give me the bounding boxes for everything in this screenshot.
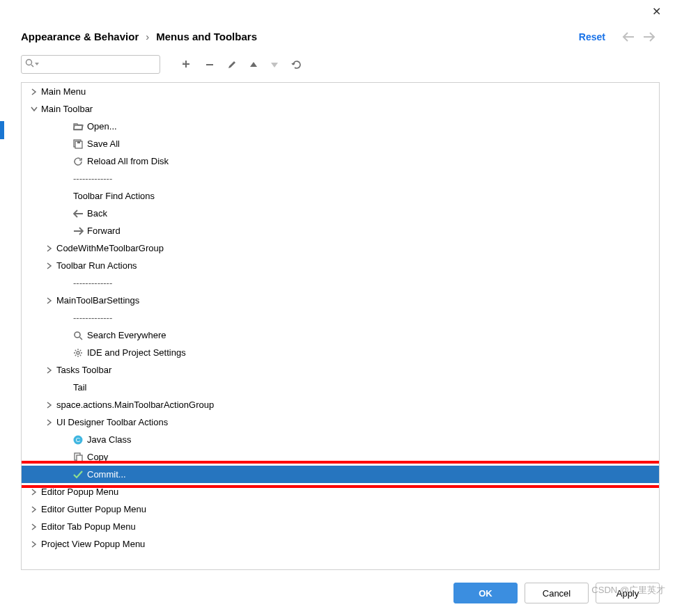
tree-item[interactable]: Open... — [22, 118, 659, 135]
tree-item-label: Tail — [72, 382, 87, 393]
nav-back-icon[interactable] — [622, 32, 635, 42]
gear-icon — [72, 348, 84, 358]
move-up-button[interactable] — [249, 61, 258, 68]
left-rail — [0, 22, 6, 616]
tree-item-label: Open... — [86, 121, 117, 132]
tree-item-label: Search Everywhere — [86, 330, 166, 340]
toolbar — [6, 55, 675, 82]
tree-item-label: Forward — [86, 226, 121, 236]
apply-button[interactable]: Apply — [596, 583, 660, 603]
chevron-right-icon[interactable] — [29, 489, 40, 496]
tree-item[interactable]: Copy — [22, 448, 659, 466]
save-all-icon — [72, 139, 84, 149]
tree-item-label: Editor Gutter Popup Menu — [40, 504, 146, 514]
tree-item[interactable]: Main Menu — [22, 83, 659, 100]
tree-item[interactable]: Commit... — [22, 466, 659, 483]
tree-item-label: ------------- — [72, 313, 112, 323]
tree-item[interactable]: space.actions.MainToolbarActionGroup — [22, 396, 659, 413]
svg-point-7 — [77, 352, 79, 354]
tree-item-label: MainToolBarSettings — [55, 295, 139, 306]
tree-item-label: Toolbar Find Actions — [72, 191, 155, 201]
arrow-right-icon — [72, 227, 84, 235]
ok-button[interactable]: OK — [453, 583, 518, 603]
check-icon — [72, 471, 84, 479]
tree-item[interactable]: Editor Gutter Popup Menu — [22, 500, 659, 518]
tree-item-label: Java Class — [86, 434, 132, 445]
tree-item[interactable]: Save All — [22, 135, 659, 152]
breadcrumb: Appearance & Behavior › Menus and Toolba… — [21, 31, 579, 42]
tree-item-label: Main Menu — [40, 86, 86, 97]
reset-button[interactable]: Reset — [579, 31, 605, 42]
search-dropdown-icon[interactable] — [35, 63, 39, 65]
chevron-right-icon[interactable] — [44, 262, 55, 269]
tree-separator[interactable]: ------------- — [22, 274, 659, 292]
tree-item-label: ------------- — [72, 278, 112, 288]
tree-item-label: Editor Tab Popup Menu — [40, 521, 136, 532]
tree-item[interactable]: Tasks Toolbar — [22, 361, 659, 379]
chevron-right-icon[interactable] — [44, 297, 55, 304]
nav-forward-icon[interactable] — [643, 32, 655, 42]
arrow-left-icon — [72, 210, 84, 218]
svg-line-6 — [80, 337, 83, 340]
reload-icon — [72, 157, 84, 166]
svg-point-5 — [75, 332, 80, 338]
tree-item[interactable]: Main Toolbar — [22, 100, 659, 118]
tree-item[interactable]: UI Designer Toolbar Actions — [22, 413, 659, 431]
tree-item[interactable]: CodeWithMeToolbarGroup — [22, 239, 659, 257]
chevron-right-icon[interactable] — [29, 541, 40, 548]
tree-item-label: Tasks Toolbar — [55, 365, 111, 375]
tree-item[interactable]: Back — [22, 205, 659, 222]
tree-item[interactable]: Reload All from Disk — [22, 152, 659, 170]
tree-item[interactable]: Toolbar Find Actions — [22, 187, 659, 205]
tree-item-label: ------------- — [72, 173, 112, 184]
tree-item-label: Toolbar Run Actions — [55, 260, 137, 271]
edit-button[interactable] — [227, 60, 237, 70]
tree-item-label: Editor Popup Menu — [40, 487, 118, 497]
chevron-right-icon[interactable] — [44, 419, 55, 426]
tree-item-label: IDE and Project Settings — [86, 347, 186, 358]
tree-item[interactable]: Editor Popup Menu — [22, 483, 659, 500]
titlebar: ✕ — [0, 0, 675, 22]
search-icon — [72, 331, 84, 340]
tree-item[interactable]: Forward — [22, 222, 659, 239]
chevron-right-icon[interactable] — [44, 402, 55, 409]
tree-item-label: Project View Popup Menu — [40, 539, 145, 549]
tree-item-label: Copy — [86, 452, 108, 462]
tree-item[interactable]: Editor Tab Popup Menu — [22, 518, 659, 535]
tree-item[interactable]: Project View Popup Menu — [22, 535, 659, 553]
chevron-right-icon[interactable] — [29, 523, 40, 530]
add-button[interactable] — [181, 59, 192, 70]
tree-item-label: Main Toolbar — [40, 104, 93, 114]
search-input[interactable] — [21, 55, 160, 74]
breadcrumb-parent[interactable]: Appearance & Behavior — [21, 31, 139, 42]
svg-point-0 — [26, 60, 32, 65]
chevron-right-icon[interactable] — [44, 245, 55, 252]
header: Appearance & Behavior › Menus and Toolba… — [6, 22, 675, 55]
tree-item[interactable]: Search Everywhere — [22, 326, 659, 344]
svg-rect-4 — [77, 141, 80, 143]
tree-item[interactable]: CJava Class — [22, 431, 659, 448]
tree-item[interactable]: IDE and Project Settings — [22, 344, 659, 361]
move-down-button[interactable] — [270, 61, 279, 68]
tree-separator[interactable]: ------------- — [22, 170, 659, 187]
cancel-button[interactable]: Cancel — [525, 583, 589, 603]
tree[interactable]: Main MenuMain ToolbarOpen...Save AllRelo… — [22, 83, 659, 569]
tree-item-label: Reload All from Disk — [86, 156, 169, 166]
tree-item[interactable]: Toolbar Run Actions — [22, 257, 659, 274]
copy-icon — [72, 452, 84, 462]
tree-separator[interactable]: ------------- — [22, 309, 659, 326]
tree-item[interactable]: MainToolBarSettings — [22, 292, 659, 309]
remove-button[interactable] — [205, 60, 215, 70]
tree-item-label: CodeWithMeToolbarGroup — [55, 243, 164, 253]
tree-item[interactable]: Tail — [22, 379, 659, 396]
chevron-right-icon[interactable] — [44, 367, 55, 374]
breadcrumb-current: Menus and Toolbars — [156, 31, 257, 42]
tree-item-label: UI Designer Toolbar Actions — [55, 417, 168, 427]
close-icon[interactable]: ✕ — [652, 5, 661, 18]
chevron-right-icon[interactable] — [29, 88, 40, 95]
chevron-right-icon[interactable] — [29, 506, 40, 513]
tree-item-label: Commit... — [86, 469, 126, 480]
chevron-down-icon[interactable] — [29, 106, 40, 112]
java-class-icon: C — [72, 435, 84, 445]
restore-button[interactable] — [291, 59, 302, 70]
